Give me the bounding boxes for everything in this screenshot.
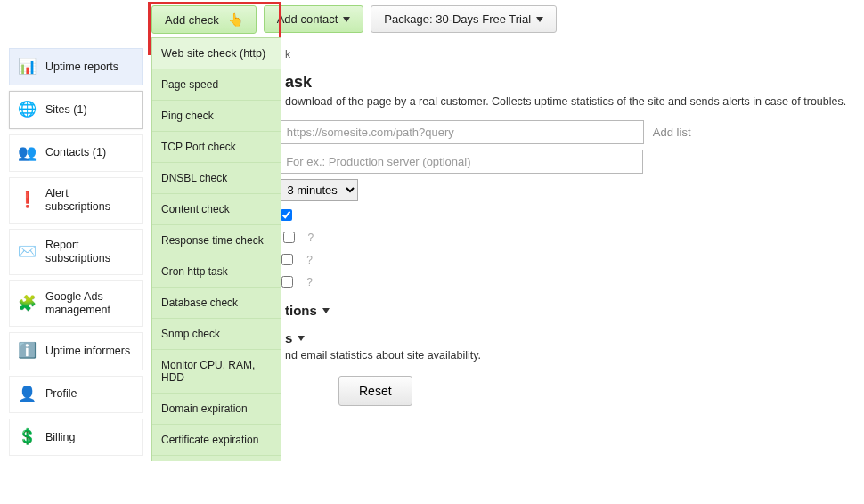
chevron-down-icon [298,336,305,341]
add-check-menu-item[interactable]: Database check [152,288,281,319]
breadcrumb: k [285,48,855,61]
add-check-menu-item[interactable]: Domain expiration [152,394,281,425]
add-check-menu-item[interactable]: Page speed [152,69,281,101]
add-check-menu-item[interactable]: DNSBL check [152,163,281,194]
dollar-icon: 💲 [17,428,37,446]
help-icon[interactable]: ? [306,254,313,266]
person-icon: 👤 [17,386,37,403]
globe-icon: 🌐 [17,101,37,118]
package-label: Package: 30-Days Free Trial [384,12,531,26]
ration1-checkbox[interactable] [281,254,293,265]
alert-icon: ❗ [17,191,37,209]
sidebar: 📊Uptime reports🌐Sites (1)👥Contacts (1)❗A… [0,39,143,461]
add-check-menu-item[interactable]: Cron http task [152,256,281,288]
sidebar-item[interactable]: 🌐Sites (1) [9,91,143,128]
sidebar-item[interactable]: 💲Billing [9,419,143,456]
sidebar-item-label: Uptime informers [45,345,134,358]
name-input[interactable] [278,150,643,174]
add-check-menu-item[interactable]: TCP Port check [152,132,281,163]
add-list-link[interactable]: Add list [653,126,691,139]
add-check-menu: Web site check (http)Page speedPing chec… [151,37,281,461]
add-check-menu-item[interactable]: Russian BL check [152,456,281,461]
sidebar-item[interactable]: 🧩Google Ads management [9,280,143,327]
domain-input[interactable] [279,120,644,144]
users-icon: 👥 [17,144,37,162]
enabled-checkbox[interactable] [281,209,292,221]
puzzle-icon: 🧩 [17,295,37,313]
section-2-toggle[interactable]: s [285,330,855,345]
sidebar-item-label: Sites (1) [45,103,134,117]
add-check-menu-item[interactable]: Response time check [152,225,281,256]
sidebar-item-label: Report subscriptions [45,239,134,265]
sidebar-item[interactable]: ❗Alert subscriptions [9,177,143,224]
chart-icon: 📊 [17,58,37,76]
sidebar-item-label: Uptime reports [45,61,134,74]
sidebar-item[interactable]: ✉️Report subscriptions [9,229,143,275]
page-description: download of the page by a real customer.… [285,95,855,108]
sidebar-item[interactable]: 👤Profile [9,376,143,413]
sidebar-item-label: Profile [45,387,134,401]
section-1-label: tions [285,303,317,318]
page-title: ask [285,73,855,92]
help-icon[interactable]: ? [308,232,314,244]
sidebar-item[interactable]: 👥Contacts (1) [9,134,143,172]
add-check-menu-item[interactable]: Content check [152,194,281,225]
check-checkbox[interactable] [283,232,295,243]
add-check-menu-item[interactable]: Snmp check [152,319,281,350]
sidebar-item[interactable]: 📊Uptime reports [9,48,143,85]
sidebar-item[interactable]: ℹ️Uptime informers [9,332,143,370]
info-icon: ℹ️ [17,342,37,360]
section-2-label: s [285,330,292,345]
add-check-menu-item[interactable]: Certificate expiration [152,425,281,456]
add-check-label: Add check [165,13,219,27]
add-check-menu-item[interactable]: Web site check (http) [152,38,281,69]
sidebar-item-label: Contacts (1) [45,146,134,159]
ration2-checkbox[interactable] [281,276,293,288]
add-check-button[interactable]: Add check 👆 [151,5,257,34]
mail-icon: ✉️ [17,243,37,261]
add-check-menu-item[interactable]: Monitor CPU, RAM, HDD [152,350,281,394]
cursor-icon: 👆 [228,12,243,27]
sidebar-item-label: Google Ads management [45,290,134,317]
interval-select[interactable]: 3 minutes [277,179,358,201]
add-contact-label: Add contact [277,12,338,26]
reset-button[interactable]: Reset [338,376,412,406]
section-2-description: nd email statistics about site availabil… [285,349,855,362]
help-icon[interactable]: ? [306,276,313,289]
sidebar-item-label: Alert subscriptions [45,187,134,214]
section-1-toggle[interactable]: tions [285,303,855,318]
package-button[interactable]: Package: 30-Days Free Trial [371,5,557,33]
add-contact-button[interactable]: Add contact [264,5,364,33]
add-check-menu-item[interactable]: Ping check [152,101,281,132]
chevron-down-icon [536,17,543,22]
chevron-down-icon [343,17,350,22]
chevron-down-icon [322,308,330,313]
sidebar-item-label: Billing [45,431,134,444]
